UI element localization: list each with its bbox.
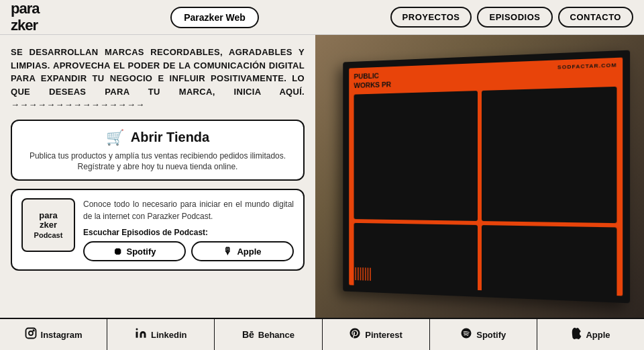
logo-line2: zker [11, 17, 38, 34]
tagline: SE DESARROLLAN MARCAS RECORDABLES, AGRAD… [11, 46, 305, 112]
billboard-works-text: WORKS PR [354, 79, 392, 90]
nav-episodios[interactable]: EPISODIOS [477, 7, 552, 28]
header-center: Parazker Web [170, 7, 259, 28]
pinterest-icon [349, 327, 361, 342]
podcast-logo: parazker Podcast [21, 198, 75, 252]
apple-label: Apple [237, 247, 261, 257]
billboard-square-1 [354, 90, 478, 220]
spotify-podcast-button[interactable]: ⏺ Spotify [83, 241, 186, 261]
svg-point-1 [29, 331, 33, 335]
header: para zker Parazker Web PROYECTOS EPISODI… [0, 0, 644, 35]
store-button-label: Abrir Tienda [131, 130, 209, 145]
footer-spotify[interactable]: Spotify [430, 319, 537, 350]
store-description: Publica tus productos y amplía tus venta… [23, 150, 292, 173]
right-panel: PUBLIC WORKS PR SODFACTAR.COM 17-02-22 S… [315, 35, 644, 318]
svg-point-4 [136, 329, 138, 331]
billboard-public-text: PUBLIC [354, 71, 392, 81]
podcast-buttons: ⏺ Spotify 🎙 Apple [83, 241, 294, 261]
billboard-square-4 [482, 225, 617, 296]
spotify-footer-icon [460, 327, 472, 342]
svg-point-2 [33, 330, 34, 331]
main-content: SE DESARROLLAN MARCAS RECORDABLES, AGRAD… [0, 35, 644, 318]
cart-icon: 🛒 [106, 129, 124, 146]
footer-linkedin-label: Linkedin [151, 330, 186, 340]
footer-pinterest-label: Pinterest [365, 330, 402, 340]
billboard-background: PUBLIC WORKS PR SODFACTAR.COM 17-02-22 S… [315, 35, 644, 318]
store-card: 🛒 Abrir Tienda Publica tus productos y a… [11, 120, 305, 181]
tagline-text: SE DESARROLLAN MARCAS RECORDABLES, AGRAD… [11, 47, 305, 97]
footer-pinterest[interactable]: Pinterest [323, 319, 430, 350]
footer-behance[interactable]: Bē Behance [215, 319, 322, 350]
footer-instagram[interactable]: Instagram [0, 319, 107, 350]
nav-contacto[interactable]: CONTACTO [558, 7, 633, 28]
footer: Instagram Linkedin Bē Behance Pinterest [0, 318, 644, 350]
podcast-logo-sub: Podcast [34, 231, 63, 239]
billboard-grid [350, 83, 623, 296]
arrows: →→→→→→→→→→→→→→→ [11, 99, 145, 110]
apple-podcast-button[interactable]: 🎙 Apple [191, 241, 294, 261]
spotify-icon: ⏺ [113, 246, 122, 257]
nav-proyectos[interactable]: PROYECTOS [390, 7, 472, 28]
parazker-web-button[interactable]: Parazker Web [170, 7, 259, 28]
behance-icon: Bē [242, 329, 254, 340]
header-nav: PROYECTOS EPISODIOS CONTACTO [390, 7, 633, 28]
footer-spotify-label: Spotify [476, 330, 506, 340]
billboard-square-3 [354, 223, 478, 296]
billboard-url: SODFACTAR.COM [557, 62, 617, 71]
left-panel: SE DESARROLLAN MARCAS RECORDABLES, AGRAD… [0, 35, 315, 318]
logo: para zker [11, 1, 39, 33]
footer-linkedin[interactable]: Linkedin [107, 319, 215, 350]
logo-line1: para [11, 0, 39, 17]
footer-apple-label: Apple [586, 330, 610, 340]
billboard-square-2 [482, 86, 617, 223]
footer-instagram-label: Instagram [41, 330, 83, 340]
billboard-outer: PUBLIC WORKS PR SODFACTAR.COM 17-02-22 S… [343, 50, 631, 303]
podcast-description: Conoce todo lo necesario para iniciar en… [83, 198, 294, 222]
billboard-inner: PUBLIC WORKS PR SODFACTAR.COM 17-02-22 S… [350, 57, 623, 296]
open-store-button[interactable]: 🛒 Abrir Tienda [23, 129, 292, 146]
linkedin-icon [135, 327, 147, 342]
podcast-right: Conoce todo lo necesario para iniciar en… [83, 198, 294, 261]
footer-apple[interactable]: Apple [537, 319, 644, 350]
spotify-label: Spotify [126, 247, 156, 257]
instagram-icon [25, 327, 37, 342]
billboard-barcode [354, 267, 372, 280]
svg-rect-3 [136, 332, 138, 338]
podcast-card: parazker Podcast Conoce todo lo necesari… [11, 189, 305, 271]
footer-behance-label: Behance [258, 330, 294, 340]
podcast-listen-label: Escuchar Episodios de Podcast: [83, 228, 294, 237]
apple-footer-icon [571, 327, 582, 342]
apple-podcasts-icon: 🎙 [223, 246, 233, 257]
